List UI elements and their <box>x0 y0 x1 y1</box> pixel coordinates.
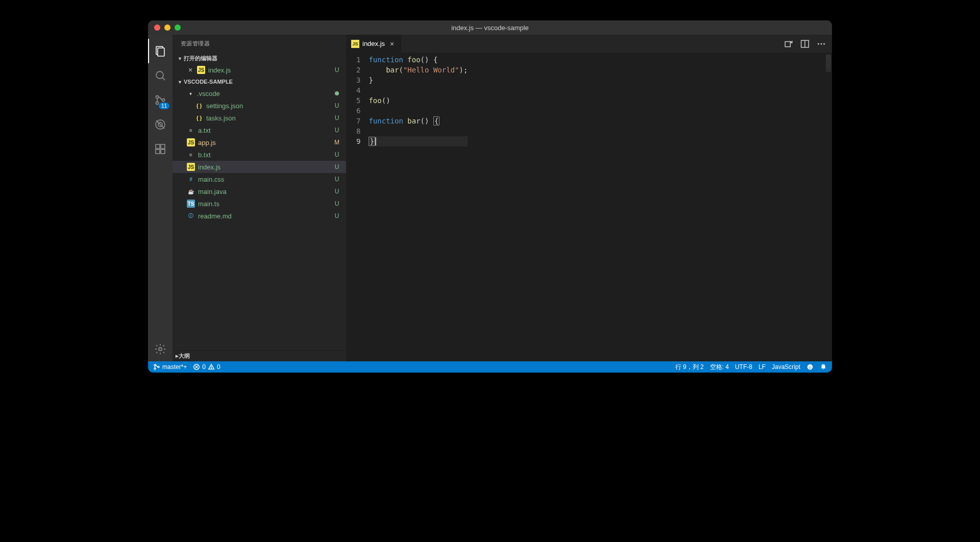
titlebar: index.js — vscode-sample <box>148 20 832 35</box>
git-status: U <box>334 151 340 158</box>
line-numbers: 123456789 <box>346 53 369 361</box>
svg-point-22 <box>158 366 159 367</box>
file-item[interactable]: JSindex.jsU <box>173 161 346 173</box>
app-window: index.js — vscode-sample 11 <box>148 20 832 373</box>
source-control-icon[interactable]: 11 <box>148 88 173 112</box>
open-changes-icon[interactable] <box>784 39 793 48</box>
branch-name: master*+ <box>162 363 187 371</box>
file-item[interactable]: ☕main.javaU <box>173 185 346 198</box>
git-branch-status[interactable]: master*+ <box>153 363 187 371</box>
outline-header[interactable]: ▸ 大纲 <box>173 350 346 361</box>
editor-tab[interactable]: JS index.js × <box>346 35 402 53</box>
svg-line-3 <box>162 78 165 80</box>
git-status: U <box>334 163 340 170</box>
eol-status[interactable]: LF <box>758 363 766 371</box>
svg-point-27 <box>211 368 212 368</box>
git-status: U <box>334 102 340 109</box>
problems-status[interactable]: 0 0 <box>193 363 220 371</box>
editor-tabs: JS index.js × <box>346 35 832 53</box>
svg-point-20 <box>154 364 156 366</box>
indent-status[interactable]: 空格: 4 <box>710 363 729 372</box>
svg-rect-1 <box>158 48 164 56</box>
svg-point-18 <box>820 43 822 44</box>
explorer-sidebar: 资源管理器 ▾ 打开的编辑器 × JS index.js U ▾ VSCODE-… <box>173 35 346 361</box>
svg-point-6 <box>162 99 165 102</box>
open-editor-item[interactable]: × JS index.js U <box>173 64 346 76</box>
open-editor-name: index.js <box>208 66 331 74</box>
close-tab-icon[interactable]: × <box>388 40 396 48</box>
file-name: readme.md <box>198 212 331 220</box>
file-item[interactable]: ⓘreadme.mdU <box>173 210 346 222</box>
feedback-icon[interactable] <box>806 363 814 371</box>
file-name: index.js <box>198 163 331 171</box>
js-file-icon: JS <box>351 40 359 48</box>
extensions-icon[interactable] <box>148 137 173 161</box>
settings-gear-icon[interactable] <box>148 337 173 361</box>
file-name: a.txt <box>198 127 331 134</box>
git-status: U <box>334 176 340 183</box>
git-status: U <box>334 200 340 207</box>
svg-point-2 <box>156 71 163 79</box>
explorer-icon[interactable] <box>148 39 173 63</box>
file-name: tasks.json <box>206 114 331 122</box>
code-editor[interactable]: 123456789 function foo() { bar("Hello Wo… <box>346 53 832 361</box>
window-title: index.js — vscode-sample <box>148 24 832 32</box>
svg-rect-9 <box>156 144 160 149</box>
file-item[interactable]: { }settings.jsonU <box>173 100 346 112</box>
outline-label: 大纲 <box>179 352 190 360</box>
split-editor-icon[interactable] <box>800 39 810 48</box>
debug-icon[interactable] <box>148 112 173 137</box>
file-name: settings.json <box>206 102 331 110</box>
search-icon[interactable] <box>148 63 173 88</box>
js-file-icon: JS <box>197 66 205 74</box>
activity-bar: 11 <box>148 35 173 361</box>
code-content[interactable]: function foo() { bar("Hello World");} fo… <box>369 53 468 361</box>
editor-area: JS index.js × 123 <box>346 35 832 361</box>
open-editors-label: 打开的编辑器 <box>184 55 217 62</box>
file-tree: ▾.vscode{ }settings.jsonU{ }tasks.jsonU≡… <box>173 87 346 222</box>
cursor-position[interactable]: 行 9，列 2 <box>675 363 704 372</box>
file-item[interactable]: ≡b.txtU <box>173 149 346 161</box>
file-item[interactable]: #main.cssU <box>173 173 346 185</box>
project-header[interactable]: ▾ VSCODE-SAMPLE <box>173 76 346 87</box>
svg-point-13 <box>159 348 162 351</box>
sidebar-title: 资源管理器 <box>173 35 346 53</box>
chevron-down-icon: ▾ <box>176 56 184 61</box>
folder-item[interactable]: ▾.vscode <box>173 87 346 100</box>
svg-rect-11 <box>156 150 160 154</box>
git-status: U <box>334 114 340 121</box>
file-item[interactable]: ≡a.txtU <box>173 124 346 136</box>
git-status: U <box>334 127 340 134</box>
project-label: VSCODE-SAMPLE <box>184 79 233 85</box>
file-item[interactable]: TSmain.tsU <box>173 198 346 210</box>
tab-label: index.js <box>362 40 385 47</box>
file-item[interactable]: { }tasks.jsonU <box>173 112 346 124</box>
more-actions-icon[interactable] <box>817 39 826 48</box>
file-name: app.js <box>198 139 331 146</box>
chevron-down-icon: ▾ <box>176 79 184 85</box>
file-name: b.txt <box>198 151 331 159</box>
scm-badge: 11 <box>159 103 169 109</box>
svg-point-28 <box>807 364 813 370</box>
file-item[interactable]: JSapp.jsM <box>173 136 346 149</box>
svg-point-4 <box>156 96 159 98</box>
file-name: main.ts <box>198 200 331 208</box>
git-status-dot <box>334 90 340 97</box>
notifications-icon[interactable] <box>820 363 827 371</box>
file-name: main.css <box>198 176 331 183</box>
encoding-status[interactable]: UTF-8 <box>735 363 752 371</box>
svg-rect-14 <box>785 41 790 46</box>
svg-point-19 <box>823 43 825 44</box>
close-editor-icon[interactable]: × <box>187 66 194 74</box>
open-editors-header[interactable]: ▾ 打开的编辑器 <box>173 53 346 64</box>
minimap[interactable] <box>823 53 832 361</box>
svg-point-21 <box>154 368 156 369</box>
svg-point-17 <box>818 43 819 44</box>
file-name: .vscode <box>197 90 331 97</box>
language-status[interactable]: JavaScript <box>772 363 800 371</box>
svg-point-29 <box>809 366 810 366</box>
git-status: M <box>334 139 340 146</box>
open-editor-status: U <box>334 66 340 73</box>
status-bar: master*+ 0 0 行 9，列 2 空格: 4 UTF-8 LF Java… <box>148 361 832 373</box>
git-status: U <box>334 212 340 219</box>
